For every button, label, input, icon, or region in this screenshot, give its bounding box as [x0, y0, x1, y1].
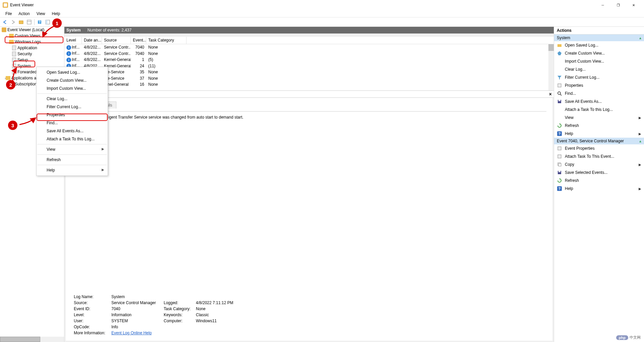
menu-action[interactable]: Action [15, 11, 33, 17]
action-icon [557, 67, 562, 72]
column-event[interactable]: Event... [131, 37, 146, 44]
action-item[interactable]: Filter Current Log... [554, 73, 644, 81]
ctx-clear-log[interactable]: Clear Log... [37, 95, 108, 103]
ctx-save-all-events[interactable]: Save All Events As... [37, 127, 108, 135]
value-keywords: Classic [196, 313, 263, 317]
actions-group-label: System [557, 36, 570, 40]
toolbar-btn-1[interactable] [17, 18, 25, 26]
menu-file[interactable]: File [2, 11, 15, 17]
grid-header: Level Date an... Source Event... Task Ca… [64, 37, 554, 44]
action-icon [557, 99, 562, 104]
table-row[interactable]: iInf...4/8/202...Service Contr...7040Non… [64, 51, 554, 57]
close-button[interactable]: ✕ [626, 0, 641, 10]
ctx-refresh[interactable]: Refresh [37, 156, 108, 164]
actions-group-system[interactable]: System▴ [554, 35, 644, 41]
app-icon [3, 2, 8, 8]
table-row[interactable]: ernel-General16None [64, 81, 554, 88]
action-item[interactable]: Create Custom View... [554, 49, 644, 57]
tree-scrollbar[interactable] [0, 337, 64, 342]
action-label: Event Properties [565, 146, 595, 151]
scrollbar-thumb[interactable] [0, 337, 40, 342]
action-item[interactable]: Save All Events As... [554, 97, 644, 106]
action-item[interactable]: Save Selected Events... [554, 168, 644, 177]
action-item[interactable]: Event Properties [554, 144, 644, 152]
tree-application[interactable]: Application [0, 45, 64, 51]
ctx-attach-task[interactable]: Attach a Task To this Log... [37, 135, 108, 143]
table-row[interactable]: me-Service35None [64, 69, 554, 75]
scrollbar-thumb[interactable] [548, 44, 554, 51]
ctx-filter-current-log[interactable]: Filter Current Log... [37, 103, 108, 111]
detail-close-icon[interactable]: × [549, 91, 552, 97]
action-item[interactable]: Properties [554, 81, 644, 89]
collapse-icon[interactable]: ▴ [639, 36, 641, 40]
action-item[interactable]: ?Help▶ [554, 130, 644, 138]
action-label: Refresh [565, 178, 579, 183]
back-button[interactable] [1, 18, 9, 26]
column-task[interactable]: Task Category [146, 37, 186, 44]
action-label: Save Selected Events... [565, 170, 607, 175]
collapse-icon[interactable]: ▴ [639, 139, 641, 143]
link-online-help[interactable]: Event Log Online Help [111, 331, 152, 335]
svg-rect-24 [558, 171, 560, 172]
actions-title: Actions [554, 27, 644, 35]
tree-windows-logs[interactable]: ⌄Windows Logs [0, 39, 64, 45]
action-item[interactable]: Import Custom View... [554, 57, 644, 65]
value-taskcat: None [196, 306, 263, 311]
table-row[interactable]: iInf...4/8/202...Service Contr...7040Non… [64, 44, 554, 51]
action-item[interactable]: Find... [554, 89, 644, 97]
expand-icon[interactable]: › [5, 34, 9, 38]
column-source[interactable]: Source [102, 37, 131, 44]
svg-rect-16 [558, 100, 560, 101]
tree-label: Windows Logs [15, 40, 41, 44]
maximize-button[interactable]: ❐ [610, 0, 626, 10]
action-item[interactable]: Attach Task To This Event... [554, 152, 644, 160]
value-opcode: Info [111, 325, 162, 329]
action-icon [557, 83, 562, 88]
tree-root[interactable]: Event Viewer (Local) [0, 27, 64, 33]
action-icon [557, 51, 562, 56]
action-item[interactable]: Clear Log... [554, 65, 644, 73]
collapse-icon[interactable]: ⌄ [5, 40, 9, 44]
ctx-help[interactable]: Help▶ [37, 166, 108, 174]
action-item[interactable]: View▶ [554, 114, 644, 122]
action-item[interactable]: Refresh [554, 177, 644, 185]
svg-rect-12 [558, 84, 561, 87]
action-item[interactable]: Attach a Task To this Log... [554, 106, 644, 114]
value-level: Information [111, 313, 162, 317]
label-opcode: OpCode: [74, 325, 109, 329]
ctx-create-custom-view[interactable]: Create Custom View... [37, 76, 108, 84]
actions-group-event[interactable]: Event 7040, Service Control Manager▴ [554, 138, 644, 144]
action-item[interactable]: Refresh [554, 122, 644, 130]
menu-view[interactable]: View [33, 11, 49, 17]
action-label: Create Custom View... [565, 51, 605, 56]
tree-custom-views[interactable]: ›Custom Views [0, 33, 64, 39]
submenu-arrow-icon: ▶ [639, 187, 641, 191]
action-item[interactable]: Copy▶ [554, 160, 644, 168]
toolbar-btn-4[interactable] [44, 18, 51, 26]
table-row[interactable]: iInf...4/8/202...Kernel-General24(11) [64, 63, 554, 69]
menu-help[interactable]: Help [49, 11, 64, 17]
action-item[interactable]: Open Saved Log... [554, 41, 644, 49]
action-icon [557, 107, 562, 112]
toolbar-btn-2[interactable] [25, 18, 33, 26]
tree-setup[interactable]: Setup [0, 57, 64, 63]
grid-scrollbar[interactable] [548, 44, 554, 90]
table-row[interactable]: iInf...4/8/202...Kernel-General1(5) [64, 57, 554, 63]
tree-label: Custom Views [15, 33, 40, 38]
ctx-import-custom-view[interactable]: Import Custom View... [37, 84, 108, 92]
log-icon [11, 45, 17, 51]
svg-text:?: ? [558, 132, 561, 136]
ctx-open-saved-log[interactable]: Open Saved Log... [37, 68, 108, 76]
column-date[interactable]: Date an... [82, 37, 102, 44]
tree-security[interactable]: Security [0, 51, 64, 57]
ctx-properties[interactable]: Properties [37, 111, 108, 119]
svg-rect-9 [2, 27, 6, 32]
action-item[interactable]: ?Help▶ [554, 185, 644, 193]
table-row[interactable]: me-Service37None [64, 75, 554, 82]
forward-button[interactable] [9, 18, 17, 26]
minimize-button[interactable]: ─ [595, 0, 610, 10]
ctx-view[interactable]: View▶ [37, 145, 108, 153]
ctx-find[interactable]: Find... [37, 119, 108, 127]
toolbar-btn-3[interactable]: ? [36, 18, 43, 26]
column-level[interactable]: Level [64, 37, 82, 44]
